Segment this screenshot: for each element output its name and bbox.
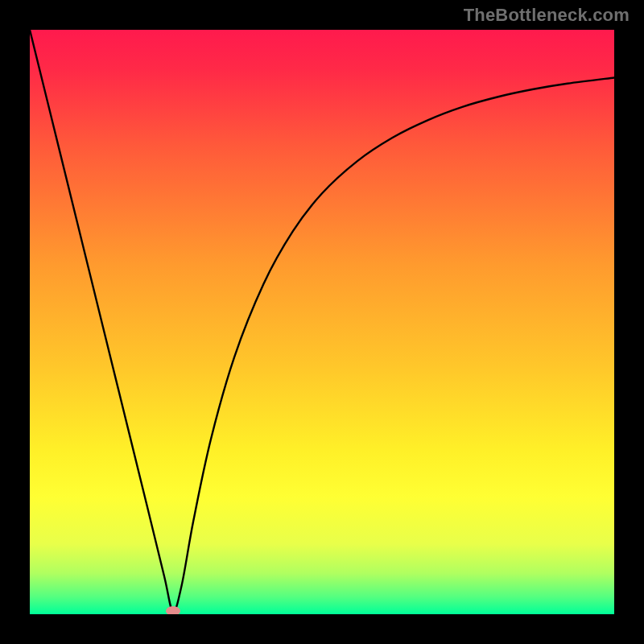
- watermark-text: TheBottleneck.com: [464, 5, 630, 26]
- chart-container: TheBottleneck.com: [0, 0, 644, 644]
- bottleneck-curve: [30, 30, 614, 614]
- plot-area: [30, 30, 614, 614]
- minimum-marker: [166, 606, 180, 614]
